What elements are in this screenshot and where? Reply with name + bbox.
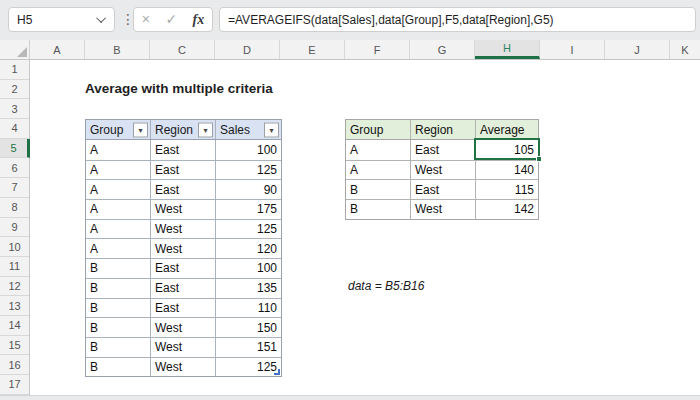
cell-F5[interactable]: A	[346, 140, 411, 160]
row-header-5-selected[interactable]: 5	[0, 139, 30, 159]
cell-D6[interactable]: 125	[216, 161, 281, 180]
column-header-D[interactable]: D	[215, 40, 280, 59]
cell-G5[interactable]: East	[411, 140, 476, 160]
table-row: BWest142	[346, 199, 538, 219]
row-header-13[interactable]: 13	[0, 296, 29, 316]
column-header-K[interactable]: K	[670, 40, 700, 59]
column-header-H-selected[interactable]: H	[475, 40, 540, 59]
row-header-10[interactable]: 10	[0, 237, 29, 257]
row-header-17[interactable]: 17	[0, 375, 29, 395]
cell-C14[interactable]: West	[151, 318, 216, 337]
cell-C11[interactable]: East	[151, 259, 216, 278]
column-header-G[interactable]: G	[410, 40, 475, 59]
cancel-icon[interactable]: ×	[142, 8, 150, 31]
cell-B14[interactable]: B	[86, 318, 151, 337]
insert-function-icon[interactable]: fx	[193, 8, 205, 31]
formula-input[interactable]: =AVERAGEIFS(data[Sales],data[Group],F5,d…	[219, 7, 696, 32]
row-header-4[interactable]: 4	[0, 119, 29, 139]
data-table-header-sales[interactable]: Sales ▾	[216, 120, 281, 139]
row-header-11[interactable]: 11	[0, 257, 29, 277]
range-note[interactable]: data = B5:B16	[348, 276, 430, 296]
cell-D14[interactable]: 150	[216, 318, 281, 337]
cell-B7[interactable]: A	[86, 180, 151, 199]
cell-D7[interactable]: 90	[216, 180, 281, 199]
cell-D13[interactable]: 110	[216, 299, 281, 318]
cell-F6[interactable]: A	[346, 161, 411, 180]
column-header-J[interactable]: J	[605, 40, 670, 59]
row-header-6[interactable]: 6	[0, 158, 29, 178]
column-header-F[interactable]: F	[345, 40, 410, 59]
cell-C13[interactable]: East	[151, 299, 216, 318]
cell-C8[interactable]: West	[151, 200, 216, 219]
column-header-B[interactable]: B	[85, 40, 150, 59]
cell-D5[interactable]: 100	[216, 140, 281, 160]
cell-C15[interactable]: West	[151, 338, 216, 357]
data-table-header-group[interactable]: Group ▾	[86, 120, 151, 139]
worksheet-title[interactable]: Average with multiple criteria	[85, 78, 279, 99]
cell-C12[interactable]: East	[151, 279, 216, 298]
filter-dropdown-icon[interactable]: ▾	[198, 122, 213, 137]
cell-D12[interactable]: 135	[216, 279, 281, 298]
cell-H5-active[interactable]: 105	[476, 140, 538, 160]
cell-D11[interactable]: 100	[216, 259, 281, 278]
chevron-down-icon[interactable]	[96, 13, 106, 23]
cell-C10[interactable]: West	[151, 239, 216, 258]
data-table-header-region[interactable]: Region ▾	[151, 120, 216, 139]
cell-C6[interactable]: East	[151, 161, 216, 180]
column-header-I[interactable]: I	[540, 40, 605, 59]
result-table-header-region[interactable]: Region	[411, 120, 476, 139]
cell-H7[interactable]: 115	[476, 180, 538, 199]
select-all-button[interactable]	[0, 40, 30, 59]
cell-H6[interactable]: 140	[476, 161, 538, 180]
cell-D16[interactable]: 125	[216, 358, 281, 377]
row-header-7[interactable]: 7	[0, 178, 29, 198]
cell-D9[interactable]: 125	[216, 220, 281, 239]
result-table-header-average[interactable]: Average	[476, 120, 538, 139]
cell-B16[interactable]: B	[86, 358, 151, 377]
cell-G7[interactable]: East	[411, 180, 476, 199]
cell-B10[interactable]: A	[86, 239, 151, 258]
cell-D10[interactable]: 120	[216, 239, 281, 258]
column-header-E[interactable]: E	[280, 40, 345, 59]
cell-G6[interactable]: West	[411, 161, 476, 180]
table-resize-handle[interactable]	[274, 369, 280, 375]
cell-B9[interactable]: A	[86, 220, 151, 239]
row-header-15[interactable]: 15	[0, 336, 29, 356]
cell-B12[interactable]: B	[86, 279, 151, 298]
column-header-A[interactable]: A	[30, 40, 85, 59]
cell-D15[interactable]: 151	[216, 338, 281, 357]
cell-H8[interactable]: 142	[476, 200, 538, 219]
cell-D8[interactable]: 175	[216, 200, 281, 219]
column-header-C[interactable]: C	[150, 40, 215, 59]
filter-dropdown-icon[interactable]: ▾	[264, 122, 279, 137]
cell-B6[interactable]: A	[86, 161, 151, 180]
cell-B11[interactable]: B	[86, 259, 151, 278]
cell-C16[interactable]: West	[151, 358, 216, 377]
table-row: BEast135	[86, 278, 281, 298]
row-header-2[interactable]: 2	[0, 80, 29, 100]
fill-handle[interactable]	[536, 156, 542, 162]
row-header-14[interactable]: 14	[0, 316, 29, 336]
filter-dropdown-icon[interactable]: ▾	[133, 122, 148, 137]
row-header-12[interactable]: 12	[0, 277, 29, 297]
row-header-1[interactable]: 1	[0, 60, 29, 80]
row-header-16[interactable]: 16	[0, 355, 29, 375]
cell-C7[interactable]: East	[151, 180, 216, 199]
cell-F7[interactable]: B	[346, 180, 411, 199]
name-box[interactable]: H5	[8, 7, 115, 32]
row-header-9[interactable]: 9	[0, 218, 29, 238]
enter-icon[interactable]: ✓	[165, 8, 177, 31]
cell-B15[interactable]: B	[86, 338, 151, 357]
result-table: Group Region Average AEast105 AWest140 B…	[345, 119, 539, 220]
cell-C5[interactable]: East	[151, 140, 216, 160]
formula-text: =AVERAGEIFS(data[Sales],data[Group],F5,d…	[228, 13, 554, 27]
cell-F8[interactable]: B	[346, 200, 411, 219]
cell-B13[interactable]: B	[86, 299, 151, 318]
cell-C9[interactable]: West	[151, 220, 216, 239]
row-header-8[interactable]: 8	[0, 198, 29, 218]
result-table-header-group[interactable]: Group	[346, 120, 411, 139]
cell-B8[interactable]: A	[86, 200, 151, 219]
cell-G8[interactable]: West	[411, 200, 476, 219]
row-header-3[interactable]: 3	[0, 99, 29, 119]
cell-B5[interactable]: A	[86, 140, 151, 160]
